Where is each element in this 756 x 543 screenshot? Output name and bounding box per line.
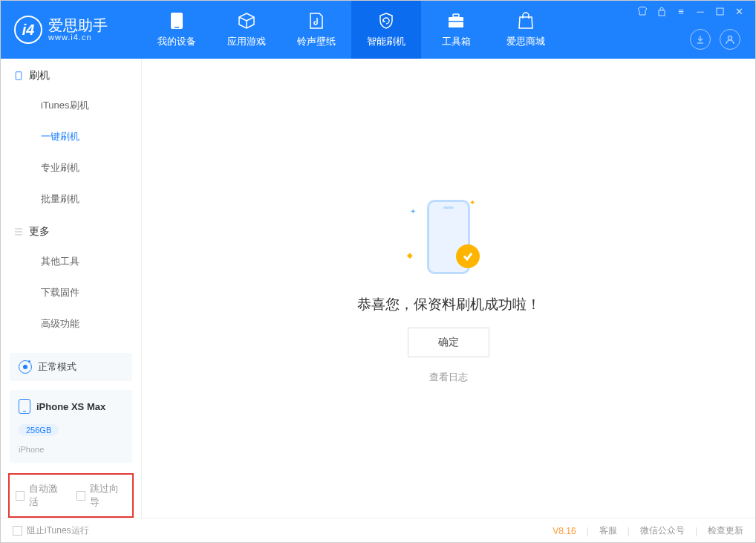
download-button[interactable] [690,29,711,50]
logo-icon: i4 [14,16,42,44]
tab-apps[interactable]: 应用游戏 [212,1,281,59]
svg-rect-5 [659,10,665,16]
checkbox-icon [16,491,25,501]
separator: | [628,526,630,536]
checkbox-auto-activate[interactable]: 自动激活 [16,482,66,509]
wechat-link[interactable]: 微信公众号 [640,524,685,537]
maximize-icon[interactable] [714,5,726,17]
footer: 阻止iTunes运行 V8.16 | 客服 | 微信公众号 | 检查更新 [1,518,755,543]
device-icon [167,11,186,30]
logo-area: i4 爱思助手 www.i4.cn [1,1,142,59]
sidebar-item-oneclick[interactable]: 一键刷机 [1,121,141,152]
separator: | [587,526,589,536]
tab-label: 工具箱 [442,35,471,48]
svg-point-7 [729,36,732,40]
tab-store[interactable]: 爱思商城 [491,1,561,59]
svg-rect-1 [175,27,179,28]
main-content: ✦ ✦ ◆ 恭喜您，保资料刷机成功啦！ 确定 查看日志 [142,59,755,518]
sidebar-item-itunes[interactable]: iTunes刷机 [1,90,141,121]
logo-text: 爱思助手 www.i4.cn [48,18,108,42]
sparkle-icon: ◆ [407,251,413,259]
sidebar-item-pro[interactable]: 专业刷机 [1,152,141,183]
svg-rect-2 [449,17,463,27]
checkbox-icon [76,491,85,501]
cube-icon [237,11,256,30]
sidebar-item-batch[interactable]: 批量刷机 [1,183,141,215]
sidebar: 刷机 iTunes刷机 一键刷机 专业刷机 批量刷机 更多 其他工具 下载固件 … [1,59,142,518]
sidebar-item-advanced[interactable]: 高级功能 [1,308,141,339]
tab-my-device[interactable]: 我的设备 [142,1,212,59]
header-right: ≡ ─ ✕ [633,1,748,59]
device-mode-label: 正常模式 [38,360,76,374]
device-name: iPhone XS Max [36,401,105,412]
checkbox-label: 阻止iTunes运行 [27,524,89,537]
window-controls: ≡ ─ ✕ [633,1,748,22]
checkbox-icon [13,526,22,536]
user-button[interactable] [720,29,740,50]
music-file-icon [307,11,326,30]
sidebar-item-other[interactable]: 其他工具 [1,246,141,277]
checkbox-label: 跳过向导 [90,482,126,509]
tab-ringtone[interactable]: 铃声壁纸 [281,1,351,59]
options-highlighted-row: 自动激活 跳过向导 [8,473,134,518]
sidebar-item-firmware[interactable]: 下载固件 [1,277,141,308]
separator: | [695,526,697,536]
device-storage-badge: 256GB [19,424,59,436]
shield-refresh-icon [377,11,396,30]
device-type: iPhone [19,445,44,454]
close-icon[interactable]: ✕ [733,5,745,17]
menu-icon[interactable]: ≡ [675,5,687,17]
svg-rect-8 [16,72,22,80]
mode-icon [19,360,32,374]
app-title: 爱思助手 [48,18,108,33]
bag-icon [516,11,535,30]
success-illustration: ✦ ✦ ◆ [404,192,493,282]
svg-rect-0 [171,13,183,29]
ok-button[interactable]: 确定 [408,328,489,357]
device-mode-box[interactable]: 正常模式 [10,353,132,381]
device-info-box[interactable]: iPhone XS Max 256GB iPhone [10,390,132,463]
device-small-icon [14,71,23,80]
footer-right: V8.16 | 客服 | 微信公众号 | 检查更新 [553,524,743,537]
tab-label: 铃声壁纸 [297,35,336,48]
checkbox-block-itunes[interactable]: 阻止iTunes运行 [13,524,89,537]
lock-icon[interactable] [656,5,668,17]
tshirt-icon[interactable] [636,5,648,17]
tab-toolbox[interactable]: 工具箱 [421,1,491,59]
checkbox-label: 自动激活 [29,482,65,509]
success-message: 恭喜您，保资料刷机成功啦！ [357,295,541,314]
menu-small-icon [14,227,23,236]
sidebar-group-flash: 刷机 [1,59,141,90]
tab-label: 智能刷机 [367,35,405,48]
svg-rect-3 [453,14,459,17]
tab-label: 应用游戏 [227,35,266,48]
app-subtitle: www.i4.cn [48,33,108,42]
phone-icon [19,399,30,414]
checkmark-badge-icon [456,244,480,268]
tab-label: 爱思商城 [506,35,545,48]
tab-label: 我的设备 [157,35,196,48]
tab-flash[interactable]: 智能刷机 [351,1,421,59]
body: 刷机 iTunes刷机 一键刷机 专业刷机 批量刷机 更多 其他工具 下载固件 … [1,59,755,518]
sparkle-icon: ✦ [410,207,416,215]
svg-rect-6 [717,8,723,15]
sidebar-group-more: 更多 [1,215,141,246]
toolbox-icon [446,11,466,30]
group-label: 刷机 [29,69,50,82]
sparkle-icon: ✦ [469,198,475,207]
svg-rect-4 [449,21,463,22]
minimize-icon[interactable]: ─ [694,5,706,17]
group-label: 更多 [29,225,50,238]
checkbox-skip-guide[interactable]: 跳过向导 [76,482,127,509]
header-buttons [690,29,740,50]
version-label: V8.16 [553,526,576,536]
support-link[interactable]: 客服 [599,524,617,537]
check-update-link[interactable]: 检查更新 [708,524,743,537]
header: i4 爱思助手 www.i4.cn 我的设备 应用游戏 铃声壁纸 智能刷机 工具… [1,1,755,59]
view-log-link[interactable]: 查看日志 [429,371,468,384]
